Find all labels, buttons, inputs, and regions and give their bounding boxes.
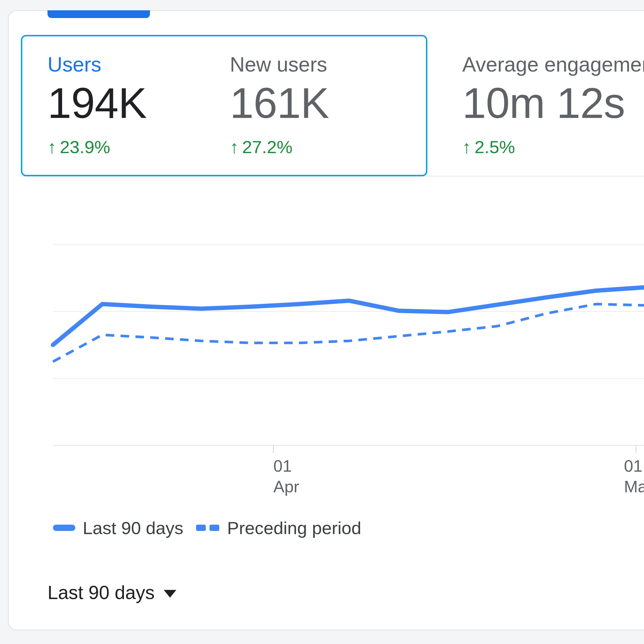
metric-new-users-delta-value: 27.2% <box>242 137 293 157</box>
date-range-dropdown-label: Last 90 days <box>48 582 155 603</box>
ga-overview-screenshot: { "colors": { "accent_blue": "#1a73e8", … <box>0 0 644 644</box>
x-axis-label-may-month: May <box>624 476 644 497</box>
metric-avg-engagement-time-value: 10m 12s <box>462 80 625 126</box>
x-axis-label-may-day: 01 <box>624 456 644 476</box>
x-axis-label-apr-month: Apr <box>273 476 299 497</box>
metric-users-delta: ↑23.9% <box>48 136 110 159</box>
legend-solid-line-swatch <box>53 525 75 531</box>
legend-dashed-line-swatch <box>196 525 219 531</box>
up-arrow-icon: ↑ <box>230 137 239 157</box>
legend-dashed-label: Preceding period <box>227 518 361 538</box>
x-axis-label-apr: 01 Apr <box>273 456 299 497</box>
metric-avg-engagement-time-label[interactable]: Average engagement time <box>462 52 644 77</box>
metric-users-delta-value: 23.9% <box>60 137 110 157</box>
series-preceding-period <box>53 304 644 361</box>
dropdown-caret-icon <box>164 590 176 598</box>
metric-users-value: 194K <box>48 80 147 126</box>
up-arrow-icon: ↑ <box>48 137 56 157</box>
metric-avg-engagement-time-delta: ↑2.5% <box>462 136 515 159</box>
metric-new-users-label[interactable]: New users <box>230 52 327 77</box>
up-arrow-icon: ↑ <box>462 137 471 157</box>
x-axis-label-may: 01 May <box>624 456 644 497</box>
metric-new-users-delta: ↑27.2% <box>230 136 293 159</box>
metric-avg-engagement-time-delta-value: 2.5% <box>475 137 515 157</box>
active-tab-indicator[interactable] <box>48 10 150 18</box>
metric-users-label[interactable]: Users <box>48 52 101 77</box>
metric-new-users-value: 161K <box>230 80 329 126</box>
chart-legend: Last 90 days Preceding period <box>53 519 361 537</box>
legend-solid-label: Last 90 days <box>83 518 183 538</box>
x-axis-label-apr-day: 01 <box>273 456 299 476</box>
date-range-dropdown[interactable]: Last 90 days <box>48 580 176 605</box>
